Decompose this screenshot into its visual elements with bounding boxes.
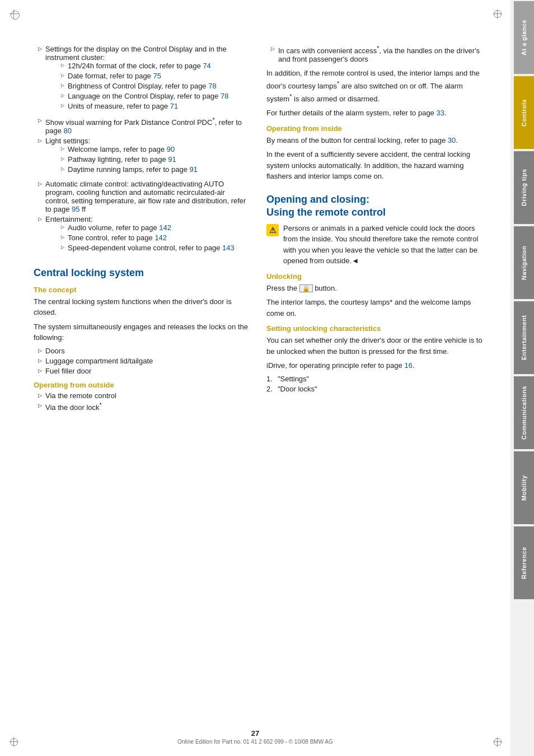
concept-heading: The concept xyxy=(34,286,250,294)
list-item: Welcome lamps, refer to page 90 xyxy=(57,145,198,153)
speed-volume-label: Speed-dependent volume control, refer to… xyxy=(68,244,235,252)
sidebar-tab-at-glance[interactable]: At a glance xyxy=(514,1,534,74)
opening-closing-heading: Opening and closing:Using the remote con… xyxy=(266,193,483,220)
concept-bullet-list: Doors Luggage compartment lid/tailgate F… xyxy=(34,347,250,375)
page-number: 27 xyxy=(251,729,259,738)
page-container: Settings for the display on the Control … xyxy=(0,0,534,756)
fuel-label: Fuel filler door xyxy=(45,367,91,375)
list-item: Audio volume, refer to page 142 xyxy=(57,223,235,232)
door-lock-label: Via the door lock* xyxy=(45,402,102,412)
list-item: Via the remote control xyxy=(34,391,250,400)
sidebar-tab-controls[interactable]: Controls xyxy=(514,76,534,149)
welcome-lamps-link[interactable]: 90 xyxy=(167,145,175,153)
list-item: Automatic climate control: activating/de… xyxy=(34,180,250,213)
units-label: Units of measure, refer to page 71 xyxy=(68,102,178,110)
list-item: Show visual warning for Park Distance Co… xyxy=(34,116,250,135)
audio-link[interactable]: 142 xyxy=(159,223,171,232)
warning-text: Persons or animals in a parked vehicle c… xyxy=(283,223,483,267)
list-item: Daytime running lamps, refer to page 91 xyxy=(57,165,198,174)
sub-bullet-list: 12h/24h format of the clock, refer to pa… xyxy=(57,62,250,110)
list-item: Fuel filler door xyxy=(34,367,250,375)
date-format-link[interactable]: 75 xyxy=(153,72,161,80)
sidebar-tab-mobility[interactable]: Mobility xyxy=(514,451,534,524)
additional-text-1: In addition, if the remote control is us… xyxy=(266,68,483,104)
crosshair-top-left xyxy=(8,8,20,20)
pathway-link[interactable]: 91 xyxy=(168,155,176,164)
right-top-bullet-list: In cars with convenient access*, via the… xyxy=(266,45,483,63)
daytime-label: Daytime running lamps, refer to page 91 xyxy=(68,165,198,174)
clock-format-label: 12h/24h format of the clock, refer to pa… xyxy=(68,62,211,70)
welcome-lamps-label: Welcome lamps, refer to page 90 xyxy=(68,145,175,153)
concept-p1: The central locking system functions whe… xyxy=(34,296,250,318)
pdc-link[interactable]: 80 xyxy=(64,127,72,135)
language-label: Language on the Control Display, refer t… xyxy=(68,92,228,100)
convenient-access-label: In cars with convenient access*, via the… xyxy=(278,45,483,63)
pathway-label: Pathway lighting, refer to page 91 xyxy=(68,155,176,164)
operating-inside-p2: In the event of a sufficiently severe ac… xyxy=(266,149,483,182)
list-item: Brightness of Control Display, refer to … xyxy=(57,82,250,90)
step-1: 1. "Settings" xyxy=(266,375,483,383)
footer: 27 Online Edition for Part no. 01 41 2 6… xyxy=(0,729,510,745)
climate-label: Automatic climate control: activating/de… xyxy=(45,180,250,213)
unlocking-heading: Unlocking xyxy=(266,272,483,281)
sidebar-tab-navigation[interactable]: Navigation xyxy=(514,226,534,299)
crosshair-top-right xyxy=(492,8,503,20)
list-item: Units of measure, refer to page 71 xyxy=(57,102,250,110)
settings-display-label: Settings for the display on the Control … xyxy=(45,45,227,62)
light-sub-bullet-list: Welcome lamps, refer to page 90 Pathway … xyxy=(57,145,198,174)
list-item: Speed-dependent volume control, refer to… xyxy=(57,244,235,252)
sidebar-tab-reference[interactable]: Reference xyxy=(514,526,534,599)
unlocking-p2: The interior lamps, the courtesy lamps* … xyxy=(266,297,483,319)
entertainment-sub-list: Audio volume, refer to page 142 Tone con… xyxy=(57,223,235,252)
clock-format-link[interactable]: 74 xyxy=(203,62,210,70)
tone-link[interactable]: 142 xyxy=(154,234,167,242)
light-settings-label: Light settings: xyxy=(45,137,90,145)
additional-text-2: For further details of the alarm system,… xyxy=(266,108,483,119)
sidebar-tab-entertainment[interactable]: Entertainment xyxy=(514,301,534,374)
list-item: 12h/24h format of the clock, refer to pa… xyxy=(57,62,250,70)
list-item: Doors xyxy=(34,347,250,355)
tone-label: Tone control, refer to page 142 xyxy=(68,234,167,242)
luggage-label: Luggage compartment lid/tailgate xyxy=(45,357,153,365)
list-item: Via the door lock* xyxy=(34,402,250,412)
units-link[interactable]: 71 xyxy=(170,102,178,110)
list-item: Language on the Control Display, refer t… xyxy=(57,92,250,100)
setting-p2: iDrive, for operating principle refer to… xyxy=(266,360,483,371)
sidebar: At a glance Controls Driving tips Naviga… xyxy=(510,0,534,756)
daytime-link[interactable]: 91 xyxy=(190,165,198,174)
warning-icon: ⚠ xyxy=(266,224,279,236)
language-link[interactable]: 78 xyxy=(221,92,228,100)
brightness-label: Brightness of Control Display, refer to … xyxy=(68,82,217,90)
speed-volume-link[interactable]: 143 xyxy=(222,244,235,252)
unlocking-p1: Press the 🔒 button. xyxy=(266,283,483,294)
left-column: Settings for the display on the Control … xyxy=(34,45,250,416)
idrive-link[interactable]: 16 xyxy=(404,361,412,370)
pdc-label: Show visual warning for Park Distance Co… xyxy=(45,116,250,135)
main-content: Settings for the display on the Control … xyxy=(0,0,510,756)
operating-inside-heading: Operating from inside xyxy=(266,124,483,133)
operating-inside-p1: By means of the button for central locki… xyxy=(266,135,483,146)
setting-heading: Setting unlocking characteristics xyxy=(266,324,483,333)
entertainment-label: Entertainment: xyxy=(45,215,93,223)
list-item: In cars with convenient access*, via the… xyxy=(266,45,483,63)
right-column: In cars with convenient access*, via the… xyxy=(266,45,483,416)
top-bullet-list: Settings for the display on the Control … xyxy=(34,45,250,256)
list-item: Tone control, refer to page 142 xyxy=(57,234,235,242)
date-format-label: Date format, refer to page 75 xyxy=(68,72,161,80)
central-locking-heading: Central locking system xyxy=(34,267,250,279)
remote-control-label: Via the remote control xyxy=(45,391,116,400)
list-item: Pathway lighting, refer to page 91 xyxy=(57,155,198,164)
list-item: Light settings: Welcome lamps, refer to … xyxy=(34,137,250,178)
sidebar-tab-driving[interactable]: Driving tips xyxy=(514,151,534,224)
step-number-1: 1. xyxy=(266,375,274,383)
audio-label: Audio volume, refer to page 142 xyxy=(68,223,171,232)
climate-link[interactable]: 95 xyxy=(72,205,79,213)
footer-text: Online Edition for Part no. 01 41 2 602 … xyxy=(177,739,333,745)
sidebar-tab-communications[interactable]: Communications xyxy=(514,376,534,449)
central-locking-link[interactable]: 30 xyxy=(448,136,456,144)
list-item: Entertainment: Audio volume, refer to pa… xyxy=(34,215,250,256)
list-item: Date format, refer to page 75 xyxy=(57,72,250,80)
list-item: Luggage compartment lid/tailgate xyxy=(34,357,250,365)
alarm-system-link[interactable]: 33 xyxy=(436,109,444,117)
brightness-link[interactable]: 78 xyxy=(208,82,216,90)
